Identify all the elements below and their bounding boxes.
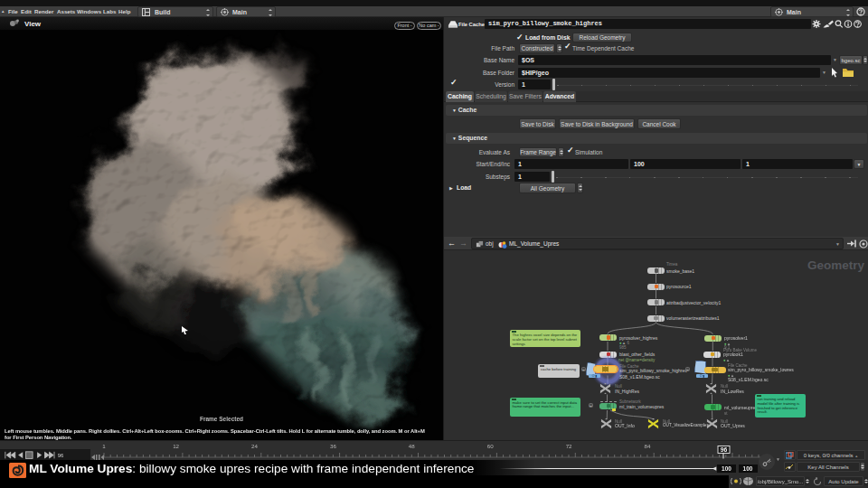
- svg-text:84: 84: [645, 443, 651, 449]
- svg-text:1: 1: [102, 443, 106, 449]
- svg-text:96: 96: [721, 446, 728, 453]
- svg-text:60: 60: [487, 443, 494, 449]
- svg-text:36: 36: [330, 443, 336, 449]
- svg-text:72: 72: [566, 443, 572, 449]
- svg-text:12: 12: [173, 443, 179, 449]
- svg-text:48: 48: [409, 443, 415, 449]
- svg-text:24: 24: [251, 443, 258, 449]
